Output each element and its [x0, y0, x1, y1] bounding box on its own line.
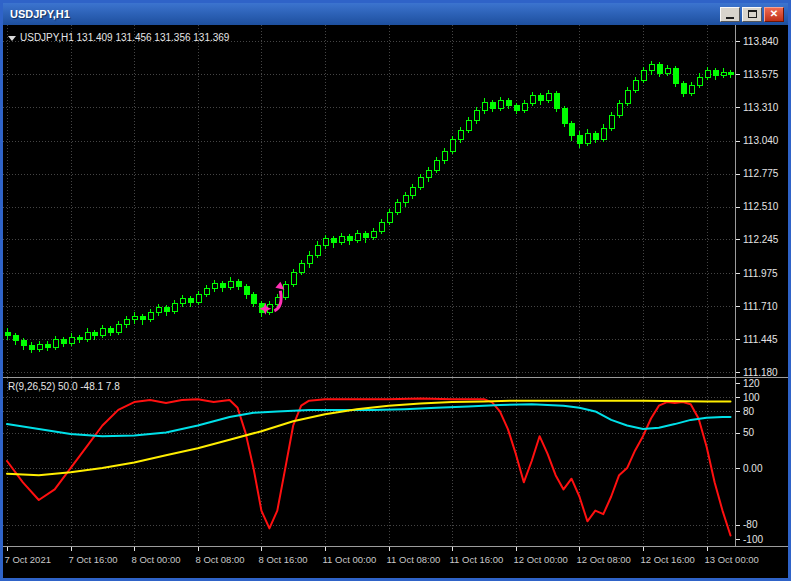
minimize-icon — [726, 17, 734, 19]
window-title: USDJPY,H1 — [3, 8, 720, 20]
svg-text:-100: -100 — [743, 534, 763, 545]
chart-client-area: 113.840113.575113.310113.040112.775112.5… — [3, 25, 788, 578]
title-bar[interactable]: USDJPY,H1 ✕ — [3, 3, 788, 25]
indicator-label: R(9,26,52) 50.0 -48.1 7.8 — [8, 381, 120, 392]
window-controls: ✕ — [720, 7, 788, 22]
svg-text:11 Oct 00:00: 11 Oct 00:00 — [323, 554, 377, 565]
svg-text:111.180: 111.180 — [743, 367, 778, 378]
svg-text:113.840: 113.840 — [743, 36, 779, 47]
svg-text:11 Oct 08:00: 11 Oct 08:00 — [387, 554, 441, 565]
svg-text:111.445: 111.445 — [743, 334, 778, 345]
svg-text:113.040: 113.040 — [743, 135, 779, 146]
svg-text:112.510: 112.510 — [743, 201, 779, 212]
svg-text:80: 80 — [743, 406, 755, 417]
one-click-trading-icon[interactable] — [8, 36, 16, 41]
svg-text:12 Oct 08:00: 12 Oct 08:00 — [577, 554, 631, 565]
svg-text:113.310: 113.310 — [743, 102, 779, 113]
maximize-button[interactable] — [742, 7, 762, 22]
ohlc-label: USDJPY,H1 131.409 131.456 131.356 131.36… — [8, 32, 229, 43]
svg-text:8 Oct 08:00: 8 Oct 08:00 — [196, 554, 245, 565]
maximize-icon — [748, 10, 757, 18]
app-window: USDJPY,H1 ✕ 113.840113.575113.310113.040… — [0, 0, 791, 581]
svg-text:12 Oct 16:00: 12 Oct 16:00 — [641, 554, 695, 565]
price-chart[interactable]: 113.840113.575113.310113.040112.775112.5… — [3, 25, 788, 578]
svg-text:8 Oct 16:00: 8 Oct 16:00 — [259, 554, 308, 565]
close-button[interactable]: ✕ — [764, 7, 784, 22]
ohlc-label-text: USDJPY,H1 131.409 131.456 131.356 131.36… — [20, 32, 229, 43]
svg-text:12 Oct 00:00: 12 Oct 00:00 — [514, 554, 568, 565]
svg-text:112.775: 112.775 — [743, 168, 779, 179]
svg-text:111.710: 111.710 — [743, 301, 778, 312]
svg-text:50: 50 — [743, 427, 755, 438]
svg-text:13 Oct 00:00: 13 Oct 00:00 — [705, 554, 759, 565]
svg-text:113.575: 113.575 — [743, 69, 779, 80]
minimize-button[interactable] — [720, 7, 740, 22]
svg-text:120: 120 — [743, 378, 760, 389]
indicator-label-text: R(9,26,52) 50.0 -48.1 7.8 — [8, 381, 120, 392]
svg-text:-80: -80 — [743, 519, 758, 530]
svg-text:112.245: 112.245 — [743, 234, 779, 245]
svg-text:8 Oct 00:00: 8 Oct 00:00 — [132, 554, 181, 565]
svg-text:111.975: 111.975 — [743, 268, 778, 279]
svg-text:7 Oct 16:00: 7 Oct 16:00 — [69, 554, 118, 565]
svg-text:0.00: 0.00 — [743, 463, 763, 474]
close-icon: ✕ — [770, 9, 778, 19]
svg-text:100: 100 — [743, 392, 760, 403]
svg-text:11 Oct 16:00: 11 Oct 16:00 — [450, 554, 504, 565]
svg-text:7 Oct 2021: 7 Oct 2021 — [5, 554, 51, 565]
